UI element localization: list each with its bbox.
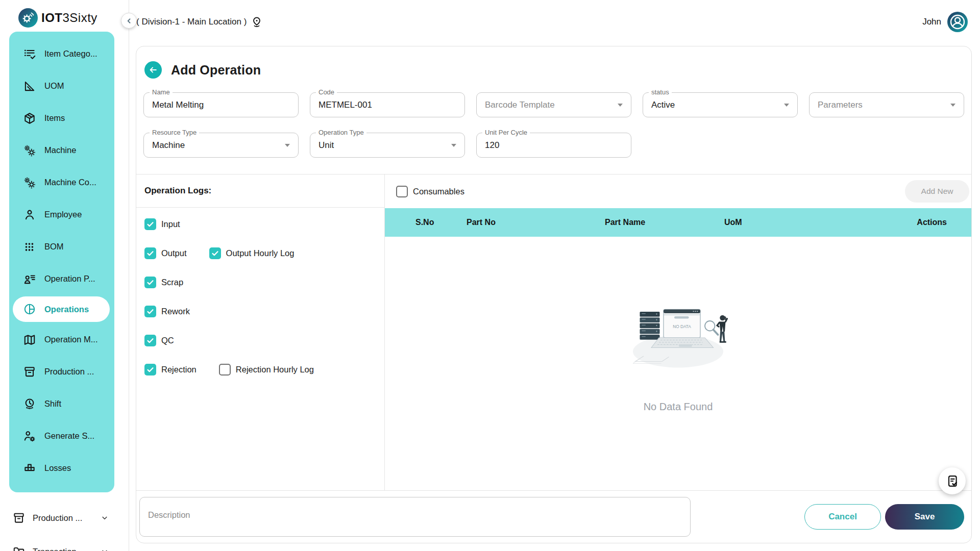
sidebar-item-generate-s[interactable]: Generate S... [9,420,114,452]
status-select-label: status [649,88,672,96]
brand-logo[interactable]: IOT3Sixty [0,0,129,30]
operation-type-label: Operation Type [316,129,366,136]
checkbox-box [219,364,231,375]
person-icon [23,208,36,221]
sidebar-group-label: Production ... [33,513,93,523]
form-header: Add Operation [136,46,971,81]
brand-gear-icon [18,8,38,28]
resource-type-value: Machine [152,140,185,151]
checkbox-label: Rework [161,307,190,316]
sidebar-item-label: Operation M... [44,335,98,344]
code-field-label: Code [316,88,337,96]
sidebar-item-losses[interactable]: Losses [9,452,114,484]
sidebar-item-employee[interactable]: Employee [9,198,114,231]
sidebar-item-label: Shift [44,399,61,409]
app-root: IOT3Sixty Item Catego...UOMItemsMachineM… [0,0,980,551]
chevron-down-icon [618,104,623,107]
sidebar-item-label: Machine [44,145,76,155]
cancel-button[interactable]: Cancel [804,504,881,530]
person-list-icon [23,272,36,286]
checkbox-rejection-hourly-log[interactable]: Rejection Hourly Log [219,364,314,375]
sidebar-item-shift[interactable]: Shift [9,388,114,420]
brand-name: IOT3Sixty [41,11,97,25]
resource-type-select[interactable]: Resource Type Machine [143,133,299,158]
barcode-template-select[interactable]: Barcode Template [476,92,631,117]
parameters-select[interactable]: Parameters [809,92,964,117]
sidebar-item-operation-p[interactable]: Operation P... [9,263,114,295]
checkbox-output-hourly-log[interactable]: Output Hourly Log [209,247,295,259]
pie-chart-icon [23,303,36,316]
checkbox-box [209,247,221,259]
chevron-down-icon [950,104,955,107]
chevron-down-icon [451,144,456,147]
parameters-placeholder: Parameters [818,100,863,110]
mid-section: Operation Logs: InputOutputOutput Hourly… [136,174,971,490]
consumables-table-header: S.NoPart NoPart NameUoMActions [385,208,971,237]
sidebar-item-uom[interactable]: UOM [9,70,114,102]
sidebar-item-items[interactable]: Items [9,102,114,134]
name-field[interactable]: Name Metal Melting [143,92,299,117]
sidebar-groups: Production ...Transaction ... [12,508,109,551]
checkbox-input[interactable]: Input [144,218,180,230]
sidebar-item-operations[interactable]: Operations [13,296,110,322]
chevron-down-icon [285,144,290,147]
status-select[interactable]: status Active [643,92,798,117]
archive-icon [23,365,36,379]
checkbox-qc[interactable]: QC [144,335,174,346]
box-icon [23,112,36,125]
resource-type-label: Resource Type [150,129,199,136]
checkbox-row: Rework [136,297,384,326]
sidebar-item-bom[interactable]: BOM [9,231,114,263]
checkbox-scrap[interactable]: Scrap [144,277,183,288]
checkbox-row: QC [136,326,384,355]
sidebar-item-machine-co[interactable]: Machine Co... [9,166,114,198]
code-field[interactable]: Code METMEL-001 [310,92,465,117]
sidebar-item-operation-m[interactable]: Operation M... [9,323,114,356]
user-menu[interactable]: John [922,12,968,32]
sidebar-group-label: Transaction ... [33,547,93,551]
checkbox-row: OutputOutput Hourly Log [136,239,384,268]
sidebar-item-machine[interactable]: Machine [9,134,114,166]
checkbox-consumables[interactable]: Consumables [396,186,464,197]
column-header-part-no: Part No [467,218,605,227]
sidebar-collapse-button[interactable] [121,13,137,29]
sidebar-item-label: BOM [44,242,64,252]
notes-fab-button[interactable] [939,467,966,494]
operation-logs-section: Operation Logs: InputOutputOutput Hourly… [136,174,384,490]
checkbox-box [144,218,156,230]
sidebar-item-production[interactable]: Production ... [9,356,114,388]
checkbox-label: Consumables [413,187,464,196]
sidebar-item-item-catego[interactable]: Item Catego... [9,38,114,70]
checkbox-output[interactable]: Output [144,247,187,259]
unit-per-cycle-label: Unit Per Cycle [482,129,530,136]
add-new-button[interactable]: Add New [905,180,969,203]
operation-type-select[interactable]: Operation Type Unit [310,133,465,158]
sidebar-group-production[interactable]: Production ... [12,508,109,528]
operation-logs-checkboxes: InputOutputOutput Hourly LogScrapReworkQ… [136,208,384,384]
description-input[interactable] [139,497,691,537]
top-bar: ( Division-1 - Main Location ) John [129,0,980,44]
checkbox-rework[interactable]: Rework [144,306,190,317]
sidebar-item-label: Losses [44,463,71,473]
no-data-screen-text: NO DATA [673,324,691,329]
unit-per-cycle-field[interactable]: Unit Per Cycle 120 [476,133,631,158]
location-selector[interactable]: ( Division-1 - Main Location ) [136,16,263,28]
column-header-uom: UoM [724,218,891,227]
sidebar-group-transaction[interactable]: Transaction ... [12,541,109,551]
checkbox-rejection[interactable]: Rejection [144,364,197,375]
checkbox-box [396,186,408,197]
clock-icon [23,397,36,411]
back-button[interactable] [144,61,162,79]
page-title: Add Operation [171,63,261,78]
save-button[interactable]: Save [885,504,964,530]
sidebar-item-label: Generate S... [44,431,94,441]
checkbox-box [144,335,156,346]
checkbox-box [144,364,156,375]
form-row-1: Name Metal Melting Code METMEL-001 Barco… [136,92,971,117]
document-check-icon [945,474,960,488]
sidebar-item-label: Machine Co... [44,178,96,187]
column-header-actions: Actions [891,218,971,227]
user-avatar-icon [947,12,968,32]
no-data-text: No Data Found [644,401,713,413]
unit-per-cycle-value: 120 [485,140,499,151]
